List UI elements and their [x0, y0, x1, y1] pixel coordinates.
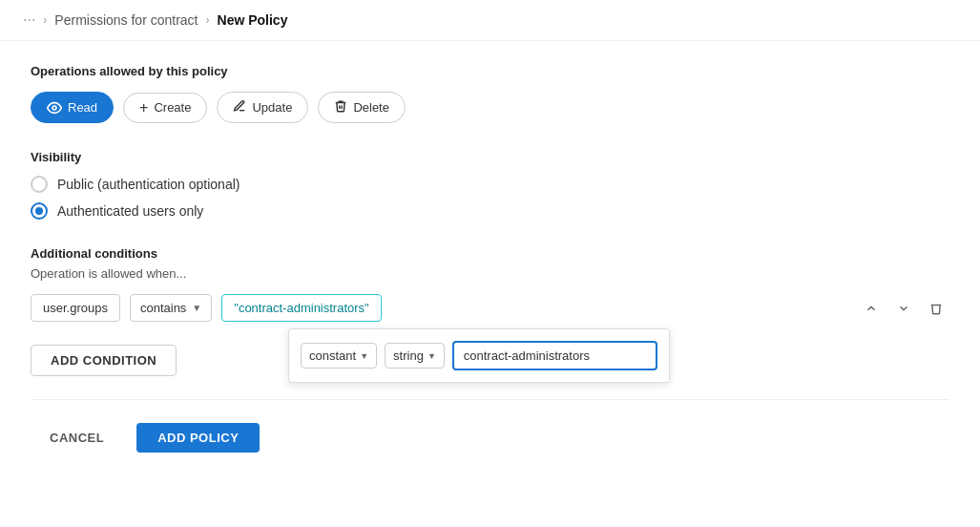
- create-label: Create: [154, 100, 191, 115]
- visibility-title: Visibility: [31, 150, 949, 164]
- operations-row: Read + Create Update: [31, 92, 949, 123]
- breadcrumb: ··· › Permissions for contract › New Pol…: [0, 0, 980, 41]
- authenticated-radio-outer: [31, 202, 48, 220]
- main-content: Operations allowed by this policy Read +…: [0, 41, 980, 475]
- visibility-section: Visibility Public (authentication option…: [31, 150, 949, 220]
- delete-condition-button[interactable]: [923, 295, 949, 322]
- action-row: CANCEL ADD POLICY: [31, 423, 949, 453]
- delete-button[interactable]: Delete: [318, 92, 406, 123]
- collapse-button[interactable]: [858, 295, 885, 322]
- constant-select[interactable]: constant ▼: [301, 343, 377, 369]
- condition-field: user.groups: [31, 294, 120, 322]
- string-label: string: [393, 348, 424, 363]
- pencil-icon: [233, 99, 246, 116]
- delete-label: Delete: [353, 100, 389, 115]
- operator-value: contains: [140, 301, 186, 315]
- divider: [31, 399, 949, 400]
- authenticated-radio-label: Authenticated users only: [57, 203, 203, 219]
- constant-label: constant: [309, 348, 356, 363]
- update-label: Update: [252, 100, 292, 115]
- read-button[interactable]: Read: [31, 92, 114, 123]
- public-radio-option[interactable]: Public (authentication optional): [31, 176, 949, 193]
- read-label: Read: [68, 100, 97, 115]
- breadcrumb-sep-2: ›: [206, 13, 210, 27]
- string-select[interactable]: string ▼: [385, 343, 445, 369]
- add-condition-button[interactable]: ADD CONDITION: [31, 345, 177, 376]
- update-button[interactable]: Update: [217, 92, 308, 123]
- row-actions: [858, 295, 949, 322]
- add-policy-button[interactable]: ADD POLICY: [136, 423, 260, 453]
- create-button[interactable]: + Create: [123, 93, 207, 123]
- plus-icon: +: [139, 100, 148, 116]
- value-dropdown-popup: constant ▼ string ▼: [288, 328, 670, 383]
- conditions-section: Additional conditions Operation is allow…: [31, 246, 949, 453]
- expand-button[interactable]: [890, 295, 917, 322]
- eye-icon: [47, 99, 62, 116]
- breadcrumb-permissions-link[interactable]: Permissions for contract: [54, 12, 198, 28]
- svg-point-0: [52, 106, 56, 110]
- condition-row: user.groups contains ▼ "contract-adminis…: [31, 294, 949, 322]
- public-radio-label: Public (authentication optional): [57, 177, 240, 192]
- operations-label: Operations allowed by this policy: [31, 64, 949, 78]
- constant-arrow-icon: ▼: [360, 351, 368, 361]
- value-input[interactable]: [452, 341, 657, 370]
- public-radio-outer: [31, 176, 48, 193]
- string-arrow-icon: ▼: [427, 351, 436, 361]
- breadcrumb-current-page: New Policy: [218, 12, 288, 28]
- operator-select[interactable]: contains ▼: [130, 294, 212, 322]
- authenticated-radio-inner: [35, 207, 43, 215]
- breadcrumb-dots[interactable]: ···: [23, 11, 35, 29]
- conditions-title: Additional conditions: [31, 246, 949, 261]
- trash-icon: [334, 99, 347, 116]
- conditions-subtitle: Operation is allowed when...: [31, 266, 949, 281]
- authenticated-radio-option[interactable]: Authenticated users only: [31, 202, 949, 220]
- operator-arrow-icon: ▼: [192, 303, 201, 313]
- cancel-button[interactable]: CANCEL: [31, 423, 123, 453]
- breadcrumb-sep-1: ›: [43, 13, 47, 27]
- condition-value-chip[interactable]: "contract-administrators": [221, 294, 381, 322]
